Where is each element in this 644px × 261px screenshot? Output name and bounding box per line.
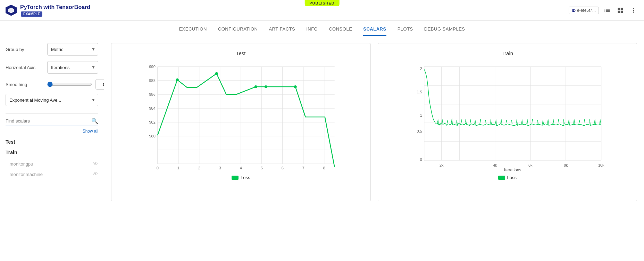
horizontal-axis-select[interactable]: Iterations: [47, 61, 98, 74]
group-by-select[interactable]: Metric: [47, 43, 98, 56]
svg-point-36: [254, 85, 257, 88]
train-chart-svg: 2 1.5 1 0.5 0 2k 4k 6k 8k 10k Iterations: [382, 60, 634, 171]
group-by-label: Group by: [6, 47, 44, 52]
published-badge: PUBLISHED: [304, 0, 340, 6]
monitor-machine-eye-icon[interactable]: 👁: [93, 171, 98, 177]
group-test-label: Test: [6, 138, 98, 146]
app-title: PyTorch with TensorBoard: [20, 4, 90, 10]
example-badge: EXAMPLE: [21, 11, 42, 17]
svg-text:6k: 6k: [528, 163, 532, 167]
svg-text:3: 3: [219, 166, 221, 170]
svg-point-35: [215, 72, 218, 75]
train-chart-legend: Loss: [382, 175, 634, 180]
horizontal-axis-select-wrapper: Iterations ▼: [47, 61, 98, 74]
svg-marker-0: [8, 8, 14, 13]
svg-text:988: 988: [149, 78, 155, 83]
smooth-method-select[interactable]: Exponential Moving Ave...: [6, 94, 98, 106]
group-train-label: Train: [6, 148, 98, 157]
tab-console[interactable]: CONSOLE: [329, 26, 352, 36]
svg-text:986: 986: [149, 92, 155, 96]
group-by-row: Group by Metric ▼: [6, 43, 98, 56]
svg-point-37: [265, 85, 267, 88]
horizontal-axis-label: Horizontal Axis: [6, 65, 44, 70]
svg-text:Iterations: Iterations: [504, 168, 521, 171]
smoothing-value-input[interactable]: [95, 79, 104, 90]
test-chart-legend: Loss: [115, 175, 367, 180]
svg-text:1.5: 1.5: [417, 90, 422, 94]
app-logo-icon: [6, 5, 17, 16]
more-options-button[interactable]: [629, 6, 638, 15]
tab-debug-samples[interactable]: DEBUG SAMPLES: [424, 26, 465, 36]
tab-execution[interactable]: EXECUTION: [179, 26, 207, 36]
sidebar: Group by Metric ▼ Horizontal Axis Iterat…: [0, 36, 104, 261]
id-label: ID: [572, 8, 576, 12]
top-bar: PyTorch with TensorBoard EXAMPLE PUBLISH…: [0, 0, 644, 21]
svg-text:982: 982: [149, 120, 155, 124]
svg-text:0: 0: [157, 166, 159, 170]
svg-text:0.5: 0.5: [417, 129, 422, 133]
smooth-method-row: Exponential Moving Ave... ▼: [6, 94, 98, 106]
monitor-gpu-eye-icon[interactable]: 👁: [93, 161, 98, 167]
test-legend-label: Loss: [241, 175, 250, 180]
monitor-machine-label: :monitor.machine: [8, 172, 43, 177]
smooth-method-wrapper: Exponential Moving Ave... ▼: [6, 94, 98, 106]
monitor-gpu-label: :monitor.gpu: [8, 161, 33, 167]
id-value: e-efe5f7...: [577, 8, 596, 13]
test-chart-title: Test: [115, 50, 367, 56]
panel-view-button[interactable]: [616, 6, 625, 15]
top-right: ID e-efe5f7...: [569, 6, 638, 15]
tab-plots[interactable]: PLOTS: [398, 26, 413, 36]
horizontal-axis-row: Horizontal Axis Iterations ▼: [6, 61, 98, 74]
svg-text:4: 4: [240, 166, 242, 170]
nav-tabs: EXECUTION CONFIGURATION ARTIFACTS INFO C…: [0, 21, 644, 36]
svg-text:1: 1: [420, 113, 422, 117]
svg-text:984: 984: [149, 106, 155, 110]
sidebar-item-monitor-machine: :monitor.machine 👁: [6, 169, 98, 179]
search-input[interactable]: [6, 118, 91, 124]
tab-artifacts[interactable]: ARTIFACTS: [269, 26, 295, 36]
svg-text:980: 980: [149, 134, 155, 138]
sidebar-item-monitor-gpu: :monitor.gpu 👁: [6, 159, 98, 169]
app-logo: PyTorch with TensorBoard EXAMPLE: [6, 4, 90, 17]
test-legend-color: [232, 176, 239, 180]
tab-scalars[interactable]: SCALARS: [363, 26, 386, 36]
svg-text:5: 5: [261, 166, 263, 170]
train-legend-color: [498, 176, 505, 180]
show-all-link[interactable]: Show all: [6, 129, 98, 134]
content-area: Test: [104, 36, 644, 261]
sidebar-divider: [6, 113, 98, 113]
svg-point-38: [294, 85, 297, 88]
tab-configuration[interactable]: CONFIGURATION: [218, 26, 258, 36]
tab-info[interactable]: INFO: [306, 26, 318, 36]
train-legend-label: Loss: [507, 175, 517, 180]
svg-text:4k: 4k: [493, 163, 497, 167]
test-chart-svg: 990 988 986 984 982 980 0 1 2 3 4 5 6 7 …: [115, 60, 367, 171]
svg-text:1: 1: [177, 166, 179, 170]
test-chart-container: Test: [111, 43, 371, 201]
group-by-select-wrapper: Metric ▼: [47, 43, 98, 56]
id-badge: ID e-efe5f7...: [569, 7, 599, 14]
svg-text:2: 2: [420, 67, 422, 71]
train-chart-title: Train: [382, 50, 634, 56]
main-layout: Group by Metric ▼ Horizontal Axis Iterat…: [0, 36, 644, 261]
svg-text:2k: 2k: [439, 163, 443, 167]
train-chart-container: Train 2 1.5 1 0: [378, 43, 637, 201]
svg-text:0: 0: [420, 158, 422, 162]
search-icon[interactable]: 🔍: [91, 118, 98, 124]
svg-text:8k: 8k: [563, 163, 568, 167]
svg-text:10k: 10k: [598, 163, 604, 167]
svg-point-34: [176, 78, 179, 81]
svg-text:7: 7: [302, 166, 304, 170]
svg-text:2: 2: [198, 166, 200, 170]
search-row: 🔍: [6, 118, 98, 126]
list-view-button[interactable]: [602, 6, 612, 15]
svg-text:8: 8: [323, 166, 325, 170]
svg-text:6: 6: [282, 166, 284, 170]
svg-text:990: 990: [149, 65, 155, 69]
smoothing-slider[interactable]: [47, 82, 92, 87]
smoothing-label: Smoothing: [6, 82, 44, 87]
smoothing-row: Smoothing: [6, 79, 98, 90]
